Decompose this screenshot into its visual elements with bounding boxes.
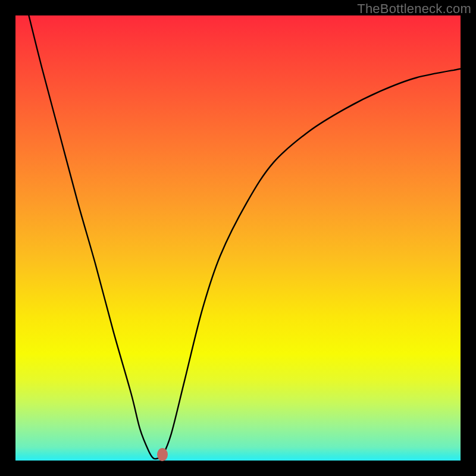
plot-area <box>15 15 461 461</box>
attribution-text: TheBottleneck.com <box>357 1 471 17</box>
chart-frame: TheBottleneck.com <box>0 0 476 476</box>
optimum-marker <box>157 448 168 461</box>
bottleneck-curve <box>29 15 461 459</box>
curve-svg <box>15 15 461 461</box>
